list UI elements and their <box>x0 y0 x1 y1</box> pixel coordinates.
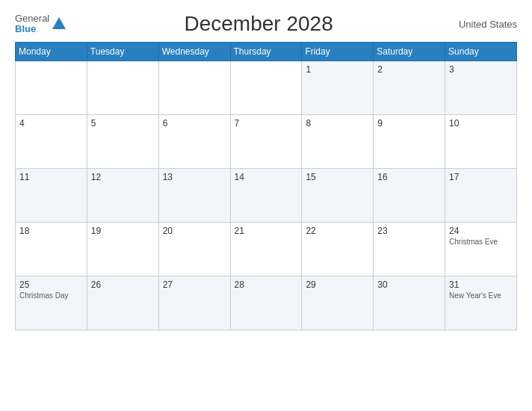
calendar-cell: 27 <box>158 276 230 330</box>
day-number: 11 <box>19 172 83 182</box>
calendar-cell: 25Christmas Day <box>16 276 87 330</box>
day-number: 12 <box>91 172 155 182</box>
calendar-cell: 11 <box>16 169 87 223</box>
day-number: 27 <box>163 279 226 290</box>
logo-text: General Blue <box>15 13 49 35</box>
calendar-cell: 30 <box>374 276 445 330</box>
day-number: 10 <box>449 118 513 129</box>
day-event: Christmas Eve <box>449 238 513 246</box>
logo-blue: Blue <box>15 23 36 34</box>
calendar-cell: 2 <box>374 61 445 115</box>
day-number: 23 <box>377 226 441 236</box>
day-number: 16 <box>377 172 441 182</box>
calendar-week-row: 11121314151617 <box>16 169 517 223</box>
calendar-cell: 21 <box>230 223 302 276</box>
header: General Blue December 2028 United States <box>15 12 517 36</box>
calendar-cell: 12 <box>87 169 158 223</box>
day-number: 18 <box>19 226 83 236</box>
day-number: 7 <box>235 118 298 129</box>
calendar-cell: 22 <box>302 223 374 276</box>
day-number: 21 <box>235 226 298 236</box>
day-number: 6 <box>163 118 226 129</box>
calendar-cell: 17 <box>445 169 517 223</box>
calendar-cell: 9 <box>374 115 445 169</box>
day-event: New Year's Eve <box>449 291 513 300</box>
calendar-cell: 24Christmas Eve <box>445 223 517 276</box>
country-label: United States <box>450 19 517 30</box>
calendar-cell: 7 <box>230 115 302 169</box>
calendar-cell: 4 <box>16 115 87 169</box>
calendar-cell: 16 <box>374 169 445 223</box>
day-number: 14 <box>235 172 298 182</box>
header-tuesday: Tuesday <box>87 43 158 61</box>
calendar-cell <box>230 61 302 115</box>
day-number: 31 <box>449 279 513 290</box>
header-monday: Monday <box>16 43 87 61</box>
day-number: 20 <box>163 226 226 236</box>
day-number: 22 <box>306 226 369 236</box>
logo-general: General <box>15 13 49 24</box>
day-number: 24 <box>449 226 513 236</box>
day-number: 15 <box>306 172 369 182</box>
header-saturday: Saturday <box>374 43 445 61</box>
logo-icon <box>51 16 67 32</box>
day-number: 25 <box>19 279 83 290</box>
header-thursday: Thursday <box>230 43 302 61</box>
day-number: 1 <box>306 64 369 75</box>
calendar-cell: 18 <box>16 223 87 276</box>
calendar-cell: 8 <box>302 115 374 169</box>
calendar-cell: 20 <box>158 223 230 276</box>
calendar-cell: 15 <box>302 169 374 223</box>
day-number: 17 <box>449 172 513 182</box>
day-number: 4 <box>19 118 83 129</box>
calendar-cell: 3 <box>445 61 517 115</box>
svg-marker-0 <box>52 17 66 29</box>
calendar-cell: 5 <box>87 115 158 169</box>
calendar-header-row: Monday Tuesday Wednesday Thursday Friday… <box>16 43 517 61</box>
day-number: 28 <box>235 279 298 290</box>
day-number: 26 <box>91 279 155 290</box>
calendar-page: General Blue December 2028 United States… <box>0 0 532 411</box>
calendar-table: Monday Tuesday Wednesday Thursday Friday… <box>15 42 517 330</box>
calendar-cell: 13 <box>158 169 230 223</box>
day-number: 5 <box>91 118 155 129</box>
calendar-cell: 14 <box>230 169 302 223</box>
calendar-week-row: 123 <box>16 61 517 115</box>
calendar-cell <box>158 61 230 115</box>
calendar-cell: 19 <box>87 223 158 276</box>
calendar-cell: 26 <box>87 276 158 330</box>
day-number: 29 <box>306 279 369 290</box>
calendar-cell: 29 <box>302 276 374 330</box>
calendar-week-row: 18192021222324Christmas Eve <box>16 223 517 276</box>
calendar-week-row: 45678910 <box>16 115 517 169</box>
calendar-cell: 1 <box>302 61 374 115</box>
day-number: 9 <box>377 118 441 129</box>
day-number: 3 <box>449 64 513 75</box>
day-number: 13 <box>163 172 226 182</box>
calendar-cell: 10 <box>445 115 517 169</box>
header-wednesday: Wednesday <box>158 43 230 61</box>
calendar-cell <box>87 61 158 115</box>
header-sunday: Sunday <box>445 43 517 61</box>
calendar-cell: 6 <box>158 115 230 169</box>
day-number: 30 <box>377 279 441 290</box>
calendar-cell: 28 <box>230 276 302 330</box>
logo: General Blue <box>15 13 67 35</box>
calendar-week-row: 25Christmas Day262728293031New Year's Ev… <box>16 276 517 330</box>
calendar-cell: 23 <box>374 223 445 276</box>
calendar-cell <box>16 61 87 115</box>
day-number: 8 <box>306 118 369 129</box>
day-event: Christmas Day <box>19 291 83 300</box>
day-number: 19 <box>91 226 155 236</box>
calendar-cell: 31New Year's Eve <box>445 276 517 330</box>
header-friday: Friday <box>302 43 374 61</box>
day-number: 2 <box>377 64 441 75</box>
month-title: December 2028 <box>67 12 450 36</box>
